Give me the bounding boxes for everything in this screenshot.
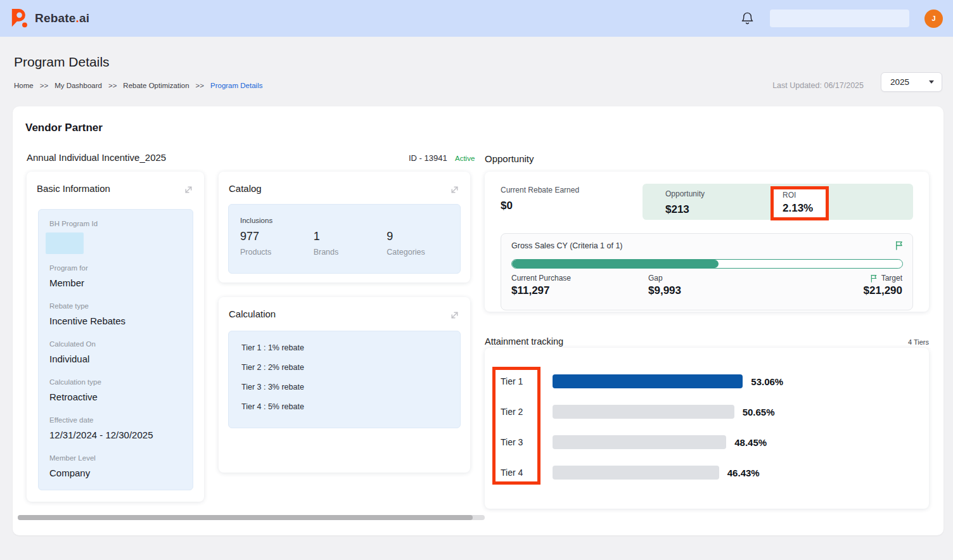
program-details-page: Rebate.ai J Program Details Home>>My Das… [0,0,953,560]
field-label: Program for [49,264,184,272]
current-purchase-value: $11,297 [511,284,550,297]
attainment-row: Tier 153.06% [485,366,929,397]
tier-attainment-bar [553,435,726,449]
calculation-tier-line: Tier 4 : 5% rebate [241,402,460,412]
tier-label: Tier 3 [501,437,553,447]
basic-info-field: Rebate typeIncentive Rebates [49,302,184,328]
roi-value: 2.13% [783,202,826,215]
program-status-badge: Active [455,155,475,162]
basic-info-field: Calculated OnIndividual [49,340,184,366]
basic-info-field: Effective date12/31/2024 - 12/30/2025 [49,416,184,442]
program-name: Annual Individual Incentive_2025 [27,152,166,163]
roi-annotation-box: ROI 2.13% [771,186,829,220]
basic-information-card: Basic Information BH Program IdProgram f… [27,172,204,502]
basic-info-field: Program forMember [49,264,184,290]
attainment-row: Tier 250.65% [485,397,929,427]
basic-info-field: Calculation typeRetroactive [49,378,184,404]
attainment-row: Tier 446.43% [485,457,929,488]
brand-logo[interactable]: Rebate.ai [10,8,89,29]
field-value: Member [49,277,184,290]
target-flag-icon [895,241,904,253]
catalog-item-label: Brands [314,248,387,257]
catalog-inclusions-panel: Inclusions 977Products1Brands9Categories [228,204,461,274]
program-id: ID - 13941 [409,153,447,163]
calculation-card: Calculation Tier 1 : 1% rebateTier 2 : 2… [219,297,470,473]
expand-diagonal-arrows-icon[interactable] [183,184,194,198]
tier-label: Tier 1 [501,376,553,386]
current-purchase-label: Current Purchase [511,274,571,283]
target-value: $21,290 [864,284,902,297]
inclusions-label: Inclusions [240,217,460,224]
gap-label: Gap [648,274,663,283]
attainment-rows: Tier 153.06%Tier 250.65%Tier 348.45%Tier… [485,366,929,488]
breadcrumb-separator: >> [108,82,117,89]
tier-label: Tier 2 [501,407,553,417]
tier-attainment-percentage: 50.65% [743,407,775,417]
calculation-tier-line: Tier 2 : 2% rebate [241,363,460,372]
tier-attainment-bar [553,466,719,480]
expand-diagonal-arrows-icon[interactable] [449,184,460,198]
tier-attainment-bar [553,374,743,388]
rebate-pin-logo-icon [10,8,29,29]
attainment-tracking-heading: Attainment tracking [485,336,563,347]
page-title: Program Details [14,54,110,70]
catalog-item-categories: 9Categories [387,230,460,257]
opportunity-card: Current Rebate Earned $0 Opportunity $21… [485,172,929,312]
target-flag-icon [870,274,878,283]
expand-diagonal-arrows-icon[interactable] [449,310,460,323]
horizontal-scrollbar-thumb[interactable] [18,515,473,520]
vendor-partner-title: Vendor Partner [25,122,103,134]
catalog-item-value: 977 [240,230,314,243]
header-search-input[interactable] [770,10,909,27]
tier-attainment-percentage: 48.45% [734,437,767,448]
catalog-item-label: Categories [387,248,460,257]
catalog-item-products: 977Products [240,230,314,257]
current-rebate-earned-label: Current Rebate Earned [501,186,579,194]
year-dropdown-value: 2025 [890,77,909,87]
field-value: Company [49,467,184,480]
tier-attainment-bar [553,405,734,419]
basic-information-title: Basic Information [37,183,110,194]
catalog-item-value: 1 [314,230,387,243]
gross-sales-progress-fill [512,260,719,268]
field-label: Effective date [49,416,184,424]
field-value: 12/31/2024 - 12/30/2025 [49,429,184,442]
current-rebate-earned: Current Rebate Earned $0 [501,186,579,212]
tier-label: Tier 4 [501,468,553,478]
breadcrumb-item-home[interactable]: Home [14,82,34,89]
user-avatar[interactable]: J [924,10,943,28]
horizontal-scrollbar [18,515,485,520]
target-label: Target [881,274,902,283]
field-value: Individual [49,353,184,366]
brand-name: Rebate.ai [35,11,89,25]
breadcrumb-separator: >> [196,82,204,89]
breadcrumb-item-rebate-optimization[interactable]: Rebate Optimization [123,82,189,89]
catalog-title: Catalog [229,183,262,194]
catalog-card: Catalog Inclusions 977Products1Brands9Ca… [219,172,470,283]
chevron-down-icon [929,80,934,84]
tier-attainment-percentage: 46.43% [727,468,760,478]
vendor-partner-card: Vendor Partner Annual Individual Incenti… [13,106,943,535]
calculation-tiers-panel: Tier 1 : 1% rebateTier 2 : 2% rebateTier… [228,331,461,428]
field-label: BH Program Id [49,219,184,228]
current-rebate-earned-value: $0 [501,200,579,212]
basic-information-panel: BH Program IdProgram forMemberRebate typ… [38,209,193,490]
catalog-item-brands: 1Brands [314,230,387,257]
tiers-count: 4 Tiers [908,338,929,346]
year-dropdown[interactable]: 2025 [881,72,942,92]
last-updated-text: Last Updated: 06/17/2025 [772,81,864,90]
field-value: Retroactive [49,391,184,404]
gross-sales-progress-bar [511,259,903,269]
opportunity-label: Opportunity [665,189,705,198]
field-label: Rebate type [49,302,184,310]
tier-attainment-percentage: 53.06% [751,376,783,387]
catalog-item-value: 9 [387,230,460,243]
redacted-value-block [46,232,84,254]
field-label: Member Level [49,454,184,462]
gross-sales-title: Gross Sales CY (Criteria 1 of 1) [511,241,623,250]
top-header: Rebate.ai J [0,0,953,37]
basic-info-field: Member LevelCompany [49,454,184,480]
breadcrumb-item-my-dashboard[interactable]: My Dashboard [54,82,102,89]
notifications-bell-icon[interactable] [740,11,755,26]
breadcrumb-item-program-details[interactable]: Program Details [210,82,262,89]
